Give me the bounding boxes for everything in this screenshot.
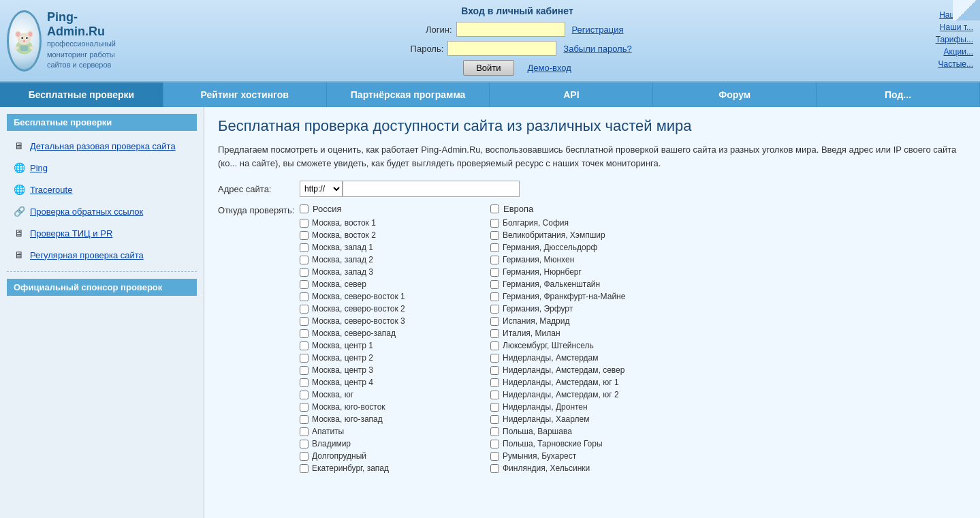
url-input[interactable] [343,181,520,197]
russia-location-item: Москва, северо-восток 1 [300,292,463,301]
main-navigation: Бесплатные проверки Рейтинг хостингов Па… [0,82,980,107]
russia-location-checkbox[interactable] [300,243,309,252]
demo-link[interactable]: Демо-вход [528,63,571,73]
europe-location-item: Германия, Эрфурт [490,304,654,314]
sidebar-item-regular-check[interactable]: 🖥 Регулярная проверка сайта [7,245,197,264]
europe-location-label: Италия, Милан [503,329,560,338]
svg-point-8 [21,37,23,39]
russia-location-checkbox[interactable] [300,256,309,264]
russia-location-checkbox[interactable] [300,464,309,473]
europe-location-checkbox[interactable] [490,256,499,264]
europe-location-checkbox[interactable] [490,268,499,277]
europe-location-checkbox[interactable] [490,231,499,240]
login-button[interactable]: Войти [463,60,513,76]
sidebar-item-ping[interactable]: 🌐 Ping [7,158,197,177]
europe-location-item: Германия, Фалькенштайн [490,279,654,289]
europe-location-checkbox[interactable] [490,415,499,424]
protocol-select[interactable]: http:// https:// [300,181,343,197]
sidebar-item-traceroute[interactable]: 🌐 Traceroute [7,180,197,199]
right-nav-item-3[interactable]: Тарифы... [936,35,973,44]
europe-group-checkbox[interactable] [490,204,499,213]
russia-location-checkbox[interactable] [300,440,309,448]
main-content: Бесплатная проверка доступности сайта из… [204,107,980,518]
russia-location-checkbox[interactable] [300,292,309,301]
sidebar-item-detail-check[interactable]: 🖥 Детальная разовая проверка сайта [7,136,197,155]
forgot-link[interactable]: Забыли пароль? [563,44,631,54]
europe-location-checkbox[interactable] [490,305,499,314]
sidebar-item-tic-pr[interactable]: 🖥 Проверка ТИЦ и PR [7,224,197,243]
russia-location-checkbox[interactable] [300,280,309,289]
backlinks-icon: 🔗 [12,204,26,218]
europe-location-checkbox[interactable] [490,403,499,412]
russia-location-item: Долгопрудный [300,451,463,461]
sidebar-link-traceroute[interactable]: Traceroute [30,185,72,195]
europe-location-item: Нидерланды, Амстердам, юг 1 [490,378,654,387]
europe-location-checkbox[interactable] [490,366,499,375]
brand-tagline: профессиональный мониторинг работы сайто… [47,39,116,70]
russia-location-label: Москва, северо-восток 1 [312,292,405,301]
europe-location-checkbox[interactable] [490,292,499,301]
nav-item-hosting-rating[interactable]: Рейтинг хостингов [163,82,327,107]
russia-location-item: Москва, северо-восток 2 [300,304,463,314]
right-nav-item-4[interactable]: Акции... [943,47,973,57]
russia-location-label: Москва, север [312,279,366,289]
europe-location-item: Польша, Варшава [490,427,654,436]
europe-location-label: Финляндия, Хельсинки [503,463,590,473]
sidebar-link-detail-check[interactable]: Детальная разовая проверка сайта [30,141,176,151]
russia-location-checkbox[interactable] [300,231,309,240]
page-title: Бесплатная проверка доступности сайта из… [218,117,966,135]
russia-location-checkbox[interactable] [300,366,309,375]
sidebar-link-ping[interactable]: Ping [30,163,48,173]
europe-location-checkbox[interactable] [490,452,499,461]
russia-location-checkbox[interactable] [300,378,309,387]
russia-location-checkbox[interactable] [300,452,309,461]
sidebar-link-regular-check[interactable]: Регулярная проверка сайта [30,250,144,260]
sidebar-item-backlinks[interactable]: 🔗 Проверка обратных ссылок [7,202,197,221]
europe-location-checkbox[interactable] [490,391,499,399]
nav-item-forum[interactable]: Форум [653,82,817,107]
europe-location-checkbox[interactable] [490,329,499,338]
europe-location-checkbox[interactable] [490,427,499,436]
nav-item-free-checks[interactable]: Бесплатные проверки [0,82,163,107]
europe-location-checkbox[interactable] [490,464,499,473]
russia-location-checkbox[interactable] [300,219,309,228]
europe-location-label: Нидерланды, Хаарлем [503,414,589,424]
nav-item-partner-program[interactable]: Партнёрская программа [327,82,490,107]
russia-location-checkbox[interactable] [300,415,309,424]
russia-location-checkbox[interactable] [300,329,309,338]
russia-location-item: Москва, юго-восток [300,402,463,412]
europe-location-checkbox[interactable] [490,317,499,326]
login-input[interactable] [456,22,565,37]
russia-location-checkbox[interactable] [300,354,309,363]
russia-location-checkbox[interactable] [300,268,309,277]
russia-location-checkbox[interactable] [300,305,309,314]
europe-group-title: Европа [490,204,654,214]
logo-area: Ping-Admin.Ru профессиональный мониторин… [7,10,116,72]
right-nav-item-2[interactable]: Наши т... [940,22,973,32]
russia-location-label: Москва, запад 2 [312,255,373,264]
europe-location-checkbox[interactable] [490,243,499,252]
russia-location-checkbox[interactable] [300,403,309,412]
nav-item-api[interactable]: API [490,82,653,107]
europe-location-checkbox[interactable] [490,219,499,228]
europe-location-checkbox[interactable] [490,378,499,387]
russia-location-checkbox[interactable] [300,391,309,399]
russia-location-checkbox[interactable] [300,341,309,350]
russia-group-checkbox[interactable] [300,204,309,213]
nav-item-more[interactable]: Под... [817,82,980,107]
from-label: Откуда проверять: [218,204,300,215]
europe-location-checkbox[interactable] [490,354,499,363]
russia-location-checkbox[interactable] [300,427,309,436]
logo-image [7,10,42,72]
europe-location-checkbox[interactable] [490,341,499,350]
russia-location-checkbox[interactable] [300,317,309,326]
sidebar-link-backlinks[interactable]: Проверка обратных ссылок [30,207,143,217]
europe-location-checkbox[interactable] [490,280,499,289]
password-input[interactable] [447,41,556,56]
russia-group-title: Россия [300,204,463,214]
right-nav-item-5[interactable]: Частые... [938,59,973,69]
register-link[interactable]: Регистрация [572,25,624,35]
europe-location-checkbox[interactable] [490,440,499,448]
sidebar-link-tic-pr[interactable]: Проверка ТИЦ и PR [30,228,112,239]
europe-location-item: Нидерланды, Дронтен [490,402,654,412]
